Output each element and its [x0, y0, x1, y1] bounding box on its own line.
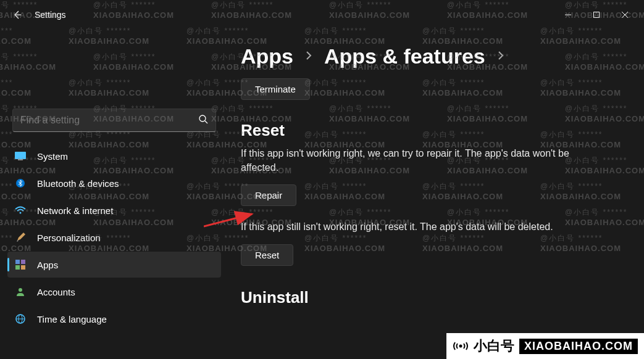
breadcrumb-apps-features[interactable]: Apps & features [324, 44, 485, 68]
svg-rect-3 [18, 159, 23, 160]
system-icon [15, 151, 26, 162]
repair-description: If this app isn't working right, we can … [241, 146, 599, 175]
back-button[interactable] [5, 2, 30, 27]
repair-button[interactable]: Repair [241, 184, 296, 206]
reset-button[interactable]: Reset [241, 244, 293, 266]
sidebar-item-label: Apps [37, 260, 58, 270]
sidebar-item-time-language[interactable]: Time & language [7, 306, 221, 332]
svg-point-10 [19, 288, 22, 292]
sidebar-item-apps[interactable]: Apps [7, 252, 221, 278]
breadcrumb-apps[interactable]: Apps [241, 44, 293, 68]
uninstall-heading: Uninstall [241, 288, 632, 307]
maximize-button[interactable] [582, 5, 611, 25]
main-content: Apps Apps & features Terminate Reset If … [228, 30, 644, 359]
close-button[interactable] [611, 5, 639, 25]
close-icon [621, 11, 629, 19]
svg-point-15 [459, 345, 462, 348]
sidebar-item-label: Accounts [37, 287, 75, 297]
search-box[interactable] [12, 109, 216, 132]
svg-rect-0 [594, 12, 600, 18]
sidebar-item-accounts[interactable]: Accounts [7, 279, 221, 305]
chevron-right-icon [496, 50, 505, 64]
apps-icon [15, 259, 26, 270]
sidebar-item-label: Time & language [37, 314, 107, 324]
reset-description: If this app still isn't working right, r… [241, 220, 624, 234]
wifi-icon [15, 205, 26, 216]
svg-point-5 [20, 212, 22, 214]
sidebar-item-label: Personalization [37, 233, 101, 243]
sidebar: System Bluetooth & devices Network & int… [0, 30, 228, 359]
nav-list: System Bluetooth & devices Network & int… [5, 143, 224, 332]
sidebar-item-label: System [37, 151, 68, 162]
search-input[interactable] [20, 115, 198, 126]
sidebar-item-label: Bluetooth & devices [37, 178, 119, 189]
sidebar-item-personalization[interactable]: Personalization [7, 225, 221, 250]
sidebar-item-bluetooth[interactable]: Bluetooth & devices [7, 170, 221, 196]
person-icon [15, 286, 26, 297]
watermark-logo: 小白号 XIAOBAIHAO.COM [446, 333, 644, 359]
terminate-button[interactable]: Terminate [241, 78, 310, 100]
svg-rect-2 [15, 152, 26, 159]
svg-rect-9 [21, 265, 25, 270]
logo-en: XIAOBAIHAO.COM [519, 339, 638, 354]
sidebar-item-label: Network & internet [37, 205, 113, 216]
sidebar-item-network[interactable]: Network & internet [7, 197, 221, 223]
broadcast-icon [453, 338, 469, 354]
svg-point-1 [199, 115, 206, 122]
bluetooth-icon [15, 178, 26, 189]
minimize-icon [564, 11, 572, 19]
minimize-button[interactable] [554, 5, 582, 25]
svg-rect-8 [15, 265, 20, 270]
back-icon [12, 10, 22, 20]
globe-icon [15, 313, 26, 324]
chevron-right-icon [304, 50, 313, 64]
reset-heading: Reset [241, 121, 632, 140]
search-icon [198, 114, 208, 126]
sidebar-item-system[interactable]: System [7, 143, 221, 169]
paintbrush-icon [15, 232, 26, 243]
app-title: Settings [35, 10, 66, 20]
svg-rect-7 [21, 260, 25, 264]
maximize-icon [593, 11, 600, 19]
logo-cn: 小白号 [474, 337, 514, 355]
titlebar: Settings [0, 0, 644, 30]
breadcrumb: Apps Apps & features [241, 32, 632, 75]
svg-rect-6 [15, 260, 20, 264]
